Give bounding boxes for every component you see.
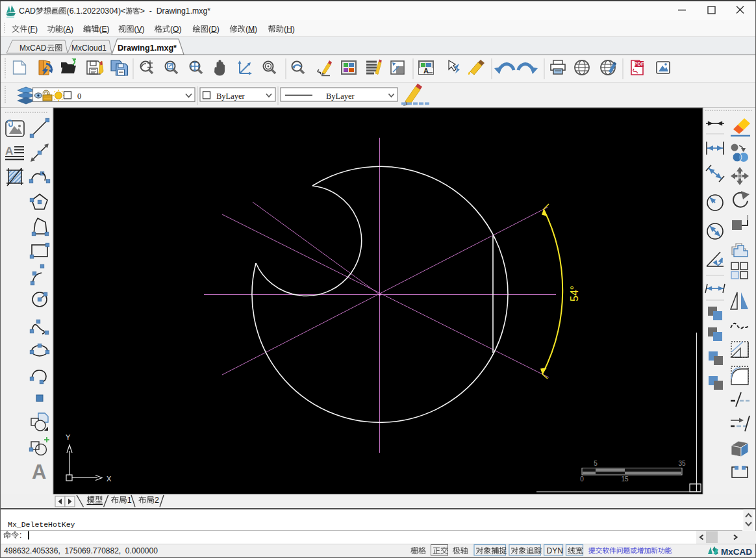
svg-text:(O): (O) [170,25,182,34]
svg-text:Drawing1.mxg*: Drawing1.mxg* [118,44,177,53]
svg-text:ByLayer: ByLayer [216,92,246,101]
svg-text:1: 1 [127,496,132,505]
svg-text:A: A [32,461,46,483]
svg-text:54°: 54° [569,286,580,301]
svg-text:(E): (E) [99,25,109,34]
svg-text:Y: Y [66,433,71,441]
svg-text:Mx_DeleteHotKey: Mx_DeleteHotKey [8,520,75,529]
svg-text::: : [19,531,21,540]
svg-text:X: X [107,475,112,483]
svg-text:(F): (F) [27,25,38,34]
svg-text:PDF: PDF [635,61,644,67]
svg-text:CAD: CAD [19,6,36,16]
svg-text:(A): (A) [63,25,73,34]
svg-text:(M): (M) [246,25,257,34]
svg-text:0: 0 [77,92,81,101]
svg-text:(V): (V) [134,25,144,34]
svg-text:(D): (D) [208,25,220,34]
svg-text:> - Drawing1.mxg*: > - Drawing1.mxg* [140,6,211,16]
svg-text:0: 0 [580,476,584,483]
svg-text:15: 15 [621,476,629,483]
svg-text:2: 2 [155,496,159,505]
svg-text:A: A [423,67,429,75]
svg-text:MxCloud1: MxCloud1 [71,44,107,53]
svg-text:DYN: DYN [547,546,563,555]
svg-text:ByLayer: ByLayer [326,92,355,101]
svg-text:A: A [5,145,13,157]
svg-text:MxCAD: MxCAD [19,44,47,53]
svg-text:498632.405336, 175069.770882,: 498632.405336, 175069.770882, 0.000000 [4,546,158,555]
svg-text:MxCAD: MxCAD [721,547,752,557]
svg-text:(H): (H) [284,25,295,34]
svg-text:35: 35 [678,460,686,467]
svg-text:(6.1.20220304)<: (6.1.20220304)< [67,6,126,16]
svg-text:5: 5 [594,460,598,467]
